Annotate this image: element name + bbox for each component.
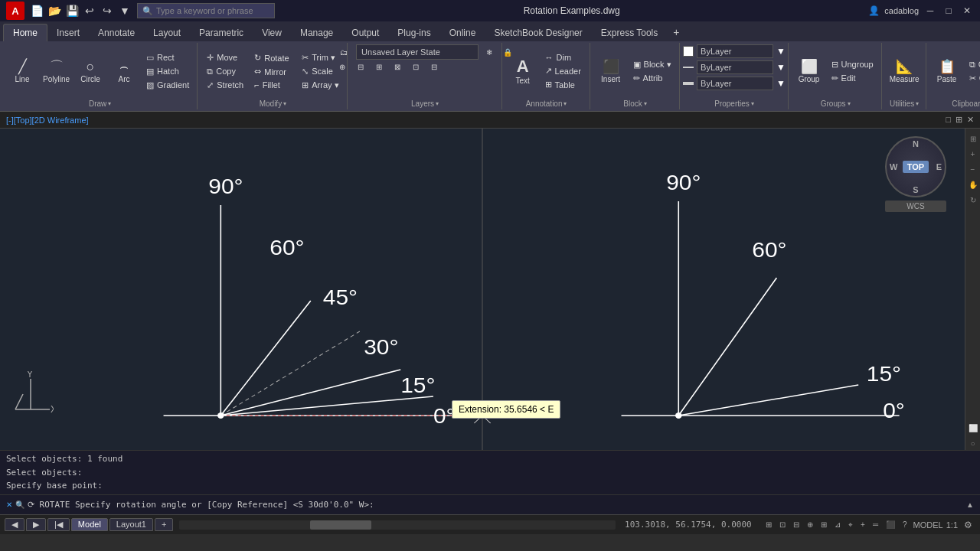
viewport-max-btn[interactable]: ⊞ (956, 115, 962, 125)
viewport-restore-btn[interactable]: □ (946, 115, 951, 125)
tp-toggle[interactable]: ⬛ (883, 520, 898, 530)
steering-wheel-btn[interactable]: ○ (966, 436, 980, 450)
tab-manage[interactable]: Manage (291, 24, 342, 41)
ducs-toggle[interactable]: ⌖ (845, 520, 856, 530)
fillet-tool[interactable]: ⌐ Fillet (250, 79, 296, 91)
cmd-search-btn[interactable]: 🔍 (15, 500, 24, 509)
insert-block-btn[interactable]: ⬛ Insert (595, 58, 627, 85)
tab-online[interactable]: Online (440, 24, 485, 41)
ungroup-btn[interactable]: ⊟ Ungroup (827, 58, 878, 71)
layer-btn-1[interactable]: ⊕ (335, 62, 350, 72)
layer-freeze-btn[interactable]: ❄ (482, 47, 497, 58)
tab-plugins[interactable]: Plug-ins (388, 24, 439, 41)
modify-label[interactable]: Modify ▾ (260, 99, 286, 108)
block-expand-icon[interactable]: ▾ (644, 100, 647, 107)
zoom-out-btn[interactable]: − (966, 162, 980, 176)
osnap-toggle[interactable]: ⊞ (818, 520, 830, 530)
grid-toggle[interactable]: ⊞ (763, 520, 775, 530)
color-dropdown[interactable]: ByLayer (697, 44, 773, 58)
model-status[interactable]: MODEL (913, 520, 943, 530)
tab-annotate[interactable]: Annotate (89, 24, 144, 41)
group-btn[interactable]: ⬜ Group (793, 58, 825, 85)
properties-label[interactable]: Properties ▾ (714, 99, 754, 108)
utilities-expand-icon[interactable]: ▾ (916, 100, 919, 107)
text-tool[interactable]: A Text (507, 57, 539, 86)
lw-toggle[interactable]: ═ (870, 520, 881, 530)
attribute-btn[interactable]: ✏ Attrib (629, 72, 676, 85)
tab-start[interactable]: |◀ (47, 518, 70, 531)
search-box-container[interactable]: 🔍 Type a keyword or phrase (137, 3, 275, 18)
lineweight-dropdown-icon[interactable]: ▼ (776, 78, 786, 89)
dimension-tool[interactable]: ↔ Dim (541, 51, 586, 64)
close-button[interactable]: ✕ (960, 4, 974, 18)
new-button[interactable]: 📄 (29, 3, 44, 18)
otrack-toggle[interactable]: ⊿ (831, 520, 844, 530)
cmd-cancel-btn[interactable]: ✕ (6, 500, 12, 509)
tab-right-arrow[interactable]: ▶ (26, 518, 46, 531)
move-tool[interactable]: ✛ Move (202, 51, 248, 64)
hatch-tool[interactable]: ▤ Hatch (142, 65, 194, 78)
viewport-close-btn[interactable]: ✕ (967, 115, 974, 125)
tab-home[interactable]: Home (3, 24, 47, 41)
qp-toggle[interactable]: ? (900, 520, 910, 530)
tab-view[interactable]: View (253, 24, 291, 41)
layer-btn-6[interactable]: ⊟ (426, 62, 442, 72)
layer-btn-4[interactable]: ⊠ (390, 62, 405, 72)
copy-clip-btn[interactable]: ⧉ Copy (965, 58, 980, 71)
save-button[interactable]: 💾 (64, 3, 80, 18)
groups-expand-icon[interactable]: ▾ (848, 100, 851, 107)
tab-output[interactable]: Output (342, 24, 388, 41)
polar-toggle[interactable]: ⊕ (804, 520, 816, 530)
tab-more[interactable]: + (667, 23, 685, 41)
cmd-expand-btn[interactable]: ▲ (966, 500, 974, 509)
color-dropdown-icon[interactable]: ▼ (776, 46, 786, 57)
cut-btn[interactable]: ✂ Cut (965, 72, 980, 85)
rotate-tool[interactable]: ↻ Rotate (250, 51, 296, 64)
layer-btn-3[interactable]: ⊞ (371, 62, 387, 72)
viewport-label[interactable]: [-][Top][2D Wireframe] (6, 116, 89, 125)
annotation-label[interactable]: Annotation ▾ (526, 99, 567, 108)
block-label[interactable]: Block ▾ (623, 99, 646, 108)
leader-tool[interactable]: ↗ Leader (541, 64, 586, 77)
tab-parametric[interactable]: Parametric (190, 24, 253, 41)
view-cube-btn[interactable]: ⬜ (966, 421, 980, 435)
maximize-button[interactable]: □ (942, 4, 956, 18)
create-block-btn[interactable]: ▣ Block ▾ (629, 58, 676, 71)
workspace-settings[interactable]: ⚙ (961, 520, 975, 530)
pan-btn[interactable]: ✋ (966, 178, 980, 191)
measure-btn[interactable]: 📐 Measure (887, 58, 923, 85)
stretch-tool[interactable]: ⤢ Stretch (202, 79, 248, 92)
tab-model[interactable]: Model (71, 518, 108, 531)
layer-btn-2[interactable]: ⊟ (353, 62, 368, 72)
scale-display[interactable]: 1:1 (946, 520, 958, 530)
tab-sketchbook[interactable]: SketchBook Designer (485, 24, 591, 41)
tab-add[interactable]: + (155, 518, 173, 531)
lineweight-dropdown[interactable]: ByLayer (697, 77, 773, 90)
minimize-button[interactable]: ─ (923, 4, 937, 18)
arc-tool[interactable]: ⌢ Arc (108, 58, 140, 85)
tab-layout1[interactable]: Layout1 (109, 518, 153, 531)
tab-left-arrow[interactable]: ◀ (5, 518, 24, 531)
clipboard-label[interactable]: Clipboard ▾ (952, 99, 980, 108)
zoom-in-btn[interactable]: + (966, 147, 980, 161)
dynmode-toggle[interactable]: + (858, 520, 868, 530)
layers-expand-icon[interactable]: ▾ (436, 100, 439, 107)
layer-state-dropdown[interactable]: Unsaved Layer State (356, 44, 479, 60)
annotation-expand-icon[interactable]: ▾ (564, 100, 567, 107)
command-input-field[interactable] (377, 500, 963, 510)
draw-label[interactable]: Draw ▾ (89, 99, 111, 108)
h-scroll-thumb[interactable] (310, 520, 371, 530)
layer-properties-btn[interactable]: 🗂 (335, 47, 353, 58)
zoom-extents-btn[interactable]: ⊞ (966, 132, 980, 145)
tab-layout[interactable]: Layout (144, 24, 190, 41)
layer-btn-5[interactable]: ⊡ (408, 62, 423, 72)
groups-label[interactable]: Groups ▾ (821, 99, 851, 108)
line-tool[interactable]: ╱ Line (6, 58, 38, 85)
modify-expand-icon[interactable]: ▾ (283, 100, 286, 107)
polyline-tool[interactable]: ⌒ Polyline (40, 58, 73, 85)
tab-express-tools[interactable]: Express Tools (592, 24, 667, 41)
paste-btn[interactable]: 📋 Paste (931, 58, 963, 85)
orbit-btn[interactable]: ↻ (966, 193, 980, 207)
horizontal-scrollbar[interactable] (179, 520, 616, 530)
utilities-label[interactable]: Utilities ▾ (890, 99, 919, 108)
